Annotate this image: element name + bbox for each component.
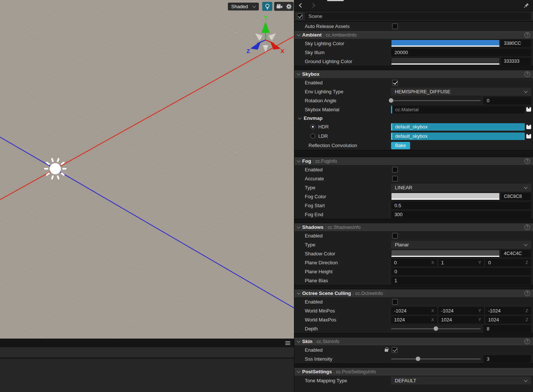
bottom-panel — [0, 339, 294, 392]
help-icon[interactable] — [524, 224, 530, 230]
vec-x-input[interactable]: -1024X — [391, 307, 437, 315]
asset-drop-icon[interactable] — [526, 134, 531, 139]
help-icon[interactable] — [524, 290, 530, 296]
ldr-asset-field[interactable]: default_skybox — [391, 133, 525, 140]
depth-slider[interactable] — [391, 325, 481, 333]
camera-button[interactable] — [276, 4, 283, 9]
fog-color-hex[interactable]: C8C8C8 — [501, 193, 531, 200]
slider-thumb[interactable] — [416, 357, 420, 361]
shading-mode-dropdown[interactable]: Shaded — [228, 3, 259, 10]
fog-start-input[interactable]: 0.5 — [391, 202, 531, 209]
bottom-panel-row[interactable] — [0, 347, 294, 358]
vec-y-input[interactable]: 1Y — [438, 259, 484, 267]
ground-lighting-color-hex[interactable]: 333333 — [501, 57, 531, 65]
vec-z-input[interactable]: 0Z — [485, 259, 531, 267]
inspector-filler — [294, 385, 533, 391]
property-label: Rotation Angle — [305, 98, 391, 103]
ground-lighting-color-swatch[interactable] — [391, 57, 500, 65]
settings-button[interactable] — [286, 4, 292, 9]
fog-accurate-checkbox[interactable] — [392, 176, 398, 181]
scene-name-field[interactable]: Scene — [305, 12, 531, 20]
sky-illum-input[interactable]: 20000 — [391, 49, 531, 56]
section-header-ambient[interactable]: Ambient : cc.AmbientInfo — [294, 31, 533, 39]
section-gap — [294, 150, 533, 157]
gizmo-y-cone[interactable] — [261, 22, 270, 33]
vec-z-input[interactable]: 1024Z — [485, 316, 531, 324]
section-header-octree[interactable]: Octree Scene Culling : cc.OctreeInfo — [294, 289, 533, 297]
orientation-gizmo[interactable]: Y X Z — [243, 13, 289, 55]
scene-name: Scene — [309, 13, 322, 19]
sun-light-gizmo[interactable] — [45, 159, 66, 178]
sss-intensity-slider[interactable] — [391, 355, 481, 363]
back-icon[interactable] — [299, 3, 304, 8]
shadows-type-select[interactable]: Planar — [391, 241, 531, 249]
slider-thumb[interactable] — [389, 98, 393, 103]
bake-button[interactable]: Bake — [391, 142, 410, 149]
vec-x-input[interactable]: 1024X — [391, 316, 437, 324]
section-header-fog[interactable]: Fog : cc.FogInfo — [294, 157, 533, 165]
slider-track[interactable] — [391, 100, 481, 101]
fog-enabled-checkbox[interactable] — [392, 167, 398, 172]
envmap-subheader[interactable]: Envmap — [294, 114, 533, 122]
scene-active-checkbox[interactable] — [297, 13, 303, 19]
asset-drop-icon[interactable] — [526, 125, 531, 129]
sss-intensity-input[interactable]: 3 — [483, 355, 531, 363]
lightbulb-icon — [265, 3, 270, 10]
section-type: : cc.PostSettingsInfo — [333, 369, 376, 374]
help-icon[interactable] — [524, 158, 530, 164]
skybox-material-field[interactable]: cc.Material — [391, 106, 525, 113]
hdr-radio[interactable] — [310, 124, 315, 129]
skin-enabled-row: Enabled — [294, 345, 533, 354]
section-gap — [294, 66, 533, 70]
env-lighting-type-select[interactable]: HEMISPHERE_DIFFUSE — [391, 88, 531, 96]
slider-thumb[interactable] — [434, 326, 438, 331]
pin-icon[interactable] — [524, 3, 529, 8]
menu-icon[interactable] — [285, 343, 290, 343]
fog-color-swatch[interactable] — [391, 193, 500, 200]
ldr-radio[interactable] — [310, 134, 315, 139]
vec-x-input[interactable]: 0X — [391, 259, 437, 267]
fog-end-input[interactable]: 300 — [391, 211, 531, 218]
skin-enabled-checkbox[interactable] — [392, 347, 397, 353]
section-type: : cc.OctreeInfo — [353, 291, 383, 296]
chevron-down-icon — [524, 185, 528, 189]
sky-lighting-color-swatch[interactable] — [391, 40, 500, 47]
fog-enabled-row: Enabled — [294, 165, 533, 174]
section-header-shadows[interactable]: Shadows : cc.ShadowsInfo — [294, 223, 533, 231]
forward-icon[interactable] — [310, 3, 315, 8]
section-title: PostSettings — [302, 369, 332, 374]
vec-value: 0 — [394, 260, 397, 265]
axis-y-label: Y — [478, 260, 481, 265]
lighting-toggle-button[interactable] — [262, 2, 272, 11]
plane-bias-input[interactable]: 1 — [391, 277, 531, 284]
property-label: Ground Lighting Color — [305, 59, 391, 64]
vec-y-input[interactable]: -1024Y — [438, 307, 484, 315]
auto-release-checkbox[interactable] — [392, 24, 398, 29]
tone-mapping-type-select[interactable]: DEFAULT — [391, 377, 531, 385]
sky-lighting-color-hex[interactable]: 3380CC — [501, 40, 531, 47]
plane-height-input[interactable]: 0 — [391, 268, 531, 276]
vec-z-input[interactable]: -1024Z — [485, 307, 531, 315]
skybox-enabled-checkbox[interactable] — [392, 80, 398, 85]
scene-viewport[interactable]: Y X Z Shaded — [0, 0, 294, 339]
rotation-angle-slider[interactable] — [391, 97, 481, 105]
section-header-postsettings[interactable]: PostSettings : cc.PostSettingsInfo — [294, 368, 533, 376]
shadow-color-swatch[interactable] — [391, 250, 500, 257]
octree-enabled-checkbox[interactable] — [392, 299, 398, 305]
rotation-angle-input[interactable]: 0 — [483, 97, 531, 105]
help-icon[interactable] — [524, 32, 530, 38]
vec-y-input[interactable]: 1024Y — [438, 316, 484, 324]
gizmo-z-cone[interactable] — [250, 41, 261, 50]
asset-drop-icon[interactable] — [526, 107, 531, 112]
slider-track[interactable] — [391, 358, 481, 360]
section-header-skin[interactable]: Skin : cc.SkinInfo — [294, 337, 533, 345]
shadow-color-hex[interactable]: 4C4C4C — [501, 250, 531, 258]
hdr-asset-field[interactable]: default_skybox — [391, 123, 525, 131]
shadows-enabled-checkbox[interactable] — [392, 233, 398, 239]
depth-input[interactable]: 8 — [483, 325, 531, 333]
help-icon[interactable] — [524, 71, 530, 77]
section-header-skybox[interactable]: Skybox — [294, 70, 533, 78]
gizmo-x-cone[interactable] — [270, 41, 281, 50]
help-icon[interactable] — [524, 339, 530, 344]
fog-type-select[interactable]: LINEAR — [391, 184, 531, 192]
